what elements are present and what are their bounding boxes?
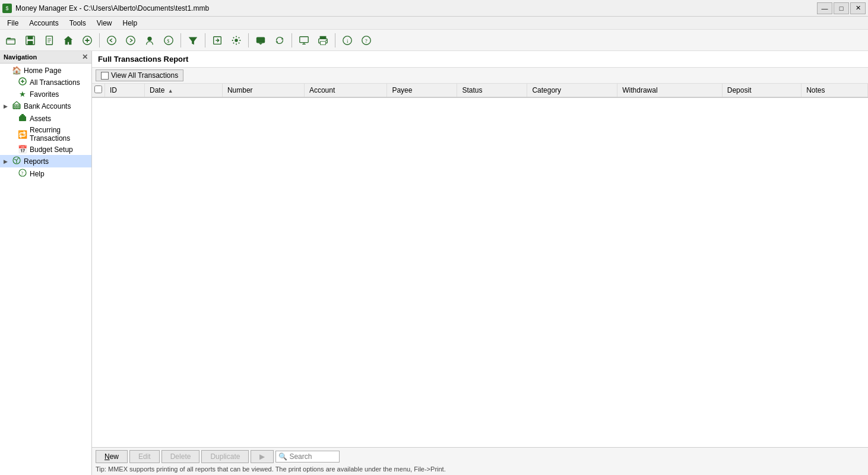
nav-label-favorites: Favorites: [30, 90, 59, 99]
new-transaction-button[interactable]: [78, 32, 96, 49]
svg-rect-27: [16, 106, 17, 109]
nav-item-assets[interactable]: Assets: [0, 112, 91, 125]
col-id-label: ID: [110, 86, 117, 94]
settings-button[interactable]: [227, 32, 245, 49]
svg-text:?: ?: [365, 37, 368, 43]
view-all-transactions-button[interactable]: View All Transactions: [96, 69, 183, 81]
nav-label-all-transactions: All Transactions: [30, 78, 80, 87]
save-button[interactable]: [21, 32, 39, 49]
main-layout: Navigation ✕ 🏠 Home Page All Transaction…: [0, 51, 868, 475]
search-input[interactable]: [289, 452, 337, 461]
maximize-button[interactable]: □: [834, 2, 849, 14]
bottom-bar: New Edit Delete Duplicate ▶ 🔍: [92, 447, 868, 475]
nav-item-bank-accounts[interactable]: ▶ Bank Accounts: [0, 100, 91, 112]
view-all-label: View All Transactions: [111, 71, 178, 80]
payee-button[interactable]: [141, 32, 159, 49]
all-transactions-icon: [18, 77, 27, 87]
messages-button[interactable]: [252, 32, 270, 49]
menu-tools[interactable]: Tools: [65, 18, 91, 28]
col-deposit[interactable]: Deposit: [722, 84, 801, 97]
edit-button[interactable]: Edit: [129, 450, 160, 463]
help-toolbar-button[interactable]: ?: [357, 32, 375, 49]
info-button[interactable]: i: [338, 32, 356, 49]
expand-reports: ▶: [4, 159, 9, 164]
date-sort-icon: ▲: [168, 88, 173, 94]
nav-item-reports[interactable]: ▶ Reports: [0, 155, 91, 167]
action-buttons: New Edit Delete Duplicate ▶ 🔍: [96, 450, 864, 463]
delete-label: Delete: [170, 452, 191, 461]
svg-rect-31: [21, 114, 24, 116]
refresh-button[interactable]: [271, 32, 289, 49]
nav-item-home[interactable]: 🏠 Home Page: [0, 65, 91, 76]
col-category[interactable]: Category: [527, 84, 617, 97]
svg-rect-25: [13, 104, 20, 109]
nav-item-budget[interactable]: 📅 Budget Setup: [0, 144, 91, 155]
nav-item-favorites[interactable]: ★ Favorites: [0, 88, 91, 100]
delete-button[interactable]: Delete: [161, 450, 200, 463]
nav-item-all-transactions[interactable]: All Transactions: [0, 76, 91, 88]
print-button[interactable]: [314, 32, 332, 49]
col-number[interactable]: Number: [222, 84, 304, 97]
export-button[interactable]: [208, 32, 226, 49]
nav-label-reports: Reports: [24, 157, 49, 166]
col-date-label: Date: [150, 86, 164, 94]
search-box[interactable]: 🔍: [275, 451, 340, 463]
col-withdrawal[interactable]: Withdrawal: [617, 84, 723, 97]
nav-label-assets: Assets: [30, 115, 51, 123]
nav-label-recurring: Recurring Transactions: [30, 126, 89, 142]
nav-label-home: Home Page: [24, 66, 61, 75]
reports-icon: [12, 156, 21, 166]
col-id[interactable]: ID: [105, 84, 145, 97]
duplicate-label: Duplicate: [210, 452, 240, 461]
favorites-icon: ★: [18, 90, 27, 99]
menu-help[interactable]: Help: [118, 18, 142, 28]
toolbar: $ i ?: [0, 30, 868, 51]
home-button[interactable]: [59, 32, 77, 49]
open-button[interactable]: [2, 32, 20, 49]
close-button[interactable]: ✕: [850, 2, 866, 14]
col-notes[interactable]: Notes: [802, 84, 868, 97]
currency-button[interactable]: $: [160, 32, 178, 49]
col-status-label: Status: [462, 86, 482, 94]
budget-icon: 📅: [18, 145, 27, 154]
col-payee[interactable]: Payee: [387, 84, 457, 97]
play-button[interactable]: ▶: [251, 450, 274, 463]
monitor-button[interactable]: [295, 32, 313, 49]
recurring-icon: 🔁: [18, 130, 27, 139]
back-button[interactable]: [103, 32, 121, 49]
view-toolbar: View All Transactions: [92, 68, 868, 84]
forward-button[interactable]: [122, 32, 140, 49]
nav-item-recurring[interactable]: 🔁 Recurring Transactions: [0, 125, 91, 144]
app-title: Money Manager Ex - C:\Users\Alberto\Docu…: [15, 4, 209, 12]
nav-label-help: Help: [30, 170, 45, 178]
svg-rect-4: [28, 40, 33, 44]
col-account[interactable]: Account: [304, 84, 387, 97]
help-nav-icon: ?: [18, 169, 27, 179]
duplicate-button[interactable]: Duplicate: [201, 450, 249, 463]
transactions-table-container[interactable]: ID Date ▲ Number Account P: [92, 84, 868, 447]
menu-file[interactable]: File: [2, 18, 23, 28]
col-date[interactable]: Date ▲: [145, 84, 223, 97]
edit-label: Edit: [138, 452, 151, 461]
title-bar-controls: — □ ✕: [817, 2, 866, 14]
new-button[interactable]: New: [96, 450, 128, 463]
col-withdrawal-label: Withdrawal: [622, 86, 657, 94]
filter-button[interactable]: [184, 32, 202, 49]
col-status[interactable]: Status: [457, 84, 527, 97]
sep2: [180, 33, 181, 48]
nav-close-button[interactable]: ✕: [82, 53, 88, 61]
col-checkbox[interactable]: [92, 84, 105, 97]
svg-point-19: [326, 40, 327, 41]
sep6: [335, 33, 335, 48]
col-notes-label: Notes: [806, 86, 825, 94]
expand-bank: ▶: [4, 103, 9, 109]
menu-accounts[interactable]: Accounts: [24, 18, 63, 28]
select-all-checkbox[interactable]: [94, 86, 102, 93]
sep1: [99, 33, 100, 48]
nav-item-help[interactable]: ? Help: [0, 167, 91, 180]
minimize-button[interactable]: —: [817, 2, 832, 14]
sep3: [205, 33, 205, 48]
transactions-table: ID Date ▲ Number Account P: [92, 84, 868, 98]
new-doc-button[interactable]: [40, 32, 58, 49]
menu-view[interactable]: View: [92, 18, 117, 28]
